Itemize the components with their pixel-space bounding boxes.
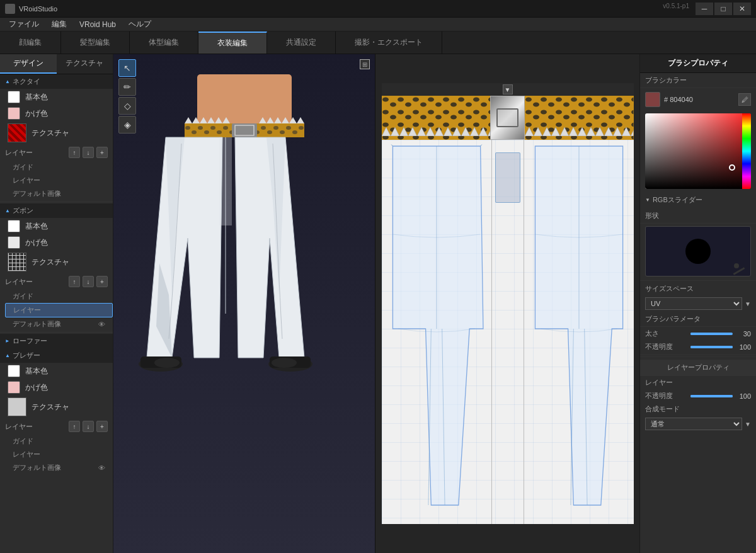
uv-pocket <box>492 140 524 524</box>
necktie-base-color[interactable]: 基本色 <box>0 89 113 105</box>
tab-costume[interactable]: 衣装編集 <box>198 31 267 54</box>
tab-body[interactable]: 体型編集 <box>130 31 198 54</box>
thickness-slider[interactable] <box>690 333 733 335</box>
zubon-guide[interactable]: ガイド <box>5 290 113 303</box>
blazer-texture[interactable]: テクスチャ <box>0 396 113 418</box>
necktie-shadow-swatch <box>8 107 20 120</box>
main-area: デザイン テクスチャ ▲ ネクタイ 基本色 かげ色 テクスチャ レイヤー ↑ ↓… <box>0 54 756 553</box>
menu-file[interactable]: ファイル <box>3 18 45 31</box>
layer-label-row: レイヤー <box>640 376 756 389</box>
necktie-texture-swatch <box>8 123 26 142</box>
necktie-layer-down[interactable]: ↓ <box>83 147 94 158</box>
menu-edit[interactable]: 編集 <box>45 18 73 31</box>
blazer-layer[interactable]: レイヤー <box>5 448 113 461</box>
color-gradient-picker[interactable] <box>645 113 751 189</box>
zubon-base-label: 基本色 <box>25 221 48 232</box>
shape-display[interactable] <box>645 226 751 276</box>
blazer-eye-icon[interactable]: 👁 <box>98 464 105 472</box>
section-necktie[interactable]: ▲ ネクタイ <box>0 74 113 89</box>
blazer-default-image-label: デフォルト画像 <box>13 463 61 472</box>
necktie-shadow-color[interactable]: かげ色 <box>0 105 113 122</box>
tab-face[interactable]: 顔編集 <box>0 31 61 54</box>
rgb-toggle[interactable]: ▼ RGBスライダー <box>645 194 751 206</box>
opacity-slider[interactable] <box>690 346 733 348</box>
blazer-layer-down[interactable]: ↓ <box>83 421 94 432</box>
menu-bar: ファイル 編集 VRoid Hub ヘルプ <box>0 18 756 31</box>
menu-help[interactable]: ヘルプ <box>122 18 158 31</box>
section-zubon[interactable]: ▲ ズボン <box>0 203 113 218</box>
hue-strip[interactable] <box>742 113 751 189</box>
tool-pencil[interactable]: ✏ <box>118 78 136 96</box>
zubon-layer-add[interactable]: + <box>96 276 108 287</box>
triangle-zubon: ▲ <box>5 208 10 214</box>
necktie-layer-add[interactable]: + <box>96 147 108 158</box>
svg-rect-33 <box>382 127 491 136</box>
tool-fill[interactable]: ◈ <box>118 116 136 134</box>
necktie-shadow-label: かげ色 <box>25 108 48 119</box>
blazer-guide[interactable]: ガイド <box>5 435 113 448</box>
blazer-layer-controls: レイヤー ↑ ↓ + <box>0 418 113 435</box>
size-space-select-row: UV ▼ <box>640 295 756 312</box>
uv-canvas-container: ▼ <box>382 83 634 524</box>
blazer-shadow-color[interactable]: かげ色 <box>0 379 113 396</box>
zubon-shadow-color[interactable]: かげ色 <box>0 234 113 251</box>
section-blazer-label: ブレザー <box>13 351 40 360</box>
necktie-texture[interactable]: テクスチャ <box>0 122 113 144</box>
brush-color-box[interactable] <box>645 92 660 107</box>
panel-tab-texture[interactable]: テクスチャ <box>57 54 113 74</box>
belt-right-triangles <box>525 127 634 140</box>
tool-select[interactable]: ↖ <box>118 59 136 77</box>
title-bar-controls: v0.5.1-p1 ─ □ ✕ <box>663 3 751 15</box>
thickness-row: 太さ 30 <box>640 327 756 340</box>
uv-canvas[interactable] <box>382 96 634 524</box>
panel-tab-design[interactable]: デザイン <box>0 54 57 74</box>
tool-eraser[interactable]: ◇ <box>118 97 136 115</box>
tab-common[interactable]: 共通設定 <box>267 31 336 54</box>
zubon-default-image[interactable]: デフォルト画像 👁 <box>5 317 113 331</box>
blazer-default-image[interactable]: デフォルト画像 👁 <box>5 461 113 474</box>
zubon-eye-icon[interactable]: 👁 <box>98 321 105 328</box>
gradient-main[interactable] <box>645 113 751 189</box>
zubon-texture-swatch <box>8 253 26 271</box>
blazer-base-swatch <box>8 365 20 377</box>
shape-title: 形状 <box>640 208 756 224</box>
buckle-inner <box>496 108 518 127</box>
svg-point-23 <box>272 358 297 368</box>
size-space-row: サイズスペース <box>640 282 756 295</box>
layer-opacity-slider[interactable] <box>690 395 733 397</box>
zubon-texture[interactable]: テクスチャ <box>0 251 113 273</box>
blazer-base-color[interactable]: 基本色 <box>0 363 113 379</box>
section-blazer[interactable]: ▲ ブレザー <box>0 348 113 363</box>
maximize-button[interactable]: □ <box>714 3 732 15</box>
zubon-base-color[interactable]: 基本色 <box>0 218 113 234</box>
necktie-guide[interactable]: ガイド <box>5 161 113 174</box>
tab-export[interactable]: 撮影・エクスポート <box>336 31 442 54</box>
tab-bar: 顔編集 髪型編集 体型編集 衣装編集 共通設定 撮影・エクスポート <box>0 31 756 54</box>
blazer-layer-up[interactable]: ↑ <box>69 421 80 432</box>
blazer-layer-add[interactable]: + <box>96 421 108 432</box>
svg-rect-35 <box>525 127 634 136</box>
close-button[interactable]: ✕ <box>733 3 751 15</box>
tab-hair[interactable]: 髪型編集 <box>61 31 130 54</box>
minimize-button[interactable]: ─ <box>696 3 713 15</box>
necktie-layer[interactable]: レイヤー <box>5 174 113 187</box>
uv-sort-button[interactable]: ▼ <box>503 84 513 94</box>
layer-label: レイヤー <box>645 378 751 387</box>
sort-indicator[interactable]: ⊞ <box>360 59 370 69</box>
blazer-layer-label: レイヤー <box>5 422 66 431</box>
necktie-layer-up[interactable]: ↑ <box>69 147 80 158</box>
section-roper[interactable]: ▼ ローファー <box>0 334 113 348</box>
section-necktie-label: ネクタイ <box>13 77 40 86</box>
thickness-label: 太さ <box>645 329 688 338</box>
belt-area <box>382 96 634 140</box>
blend-mode-select[interactable]: 通常 乗算 スクリーン オーバーレイ <box>645 418 742 430</box>
eyedropper-button[interactable]: 🖉 <box>738 93 751 106</box>
zubon-layer-up[interactable]: ↑ <box>69 276 80 287</box>
necktie-default-image[interactable]: デフォルト画像 <box>5 187 113 200</box>
menu-vroid-hub[interactable]: VRoid Hub <box>73 19 122 30</box>
necktie-layer-controls: レイヤー ↑ ↓ + <box>0 144 113 161</box>
zubon-layer-down[interactable]: ↓ <box>83 276 94 287</box>
zubon-layer-selected[interactable]: レイヤー <box>5 303 113 317</box>
size-space-select[interactable]: UV <box>645 297 742 310</box>
uv-pants-area <box>382 140 634 524</box>
